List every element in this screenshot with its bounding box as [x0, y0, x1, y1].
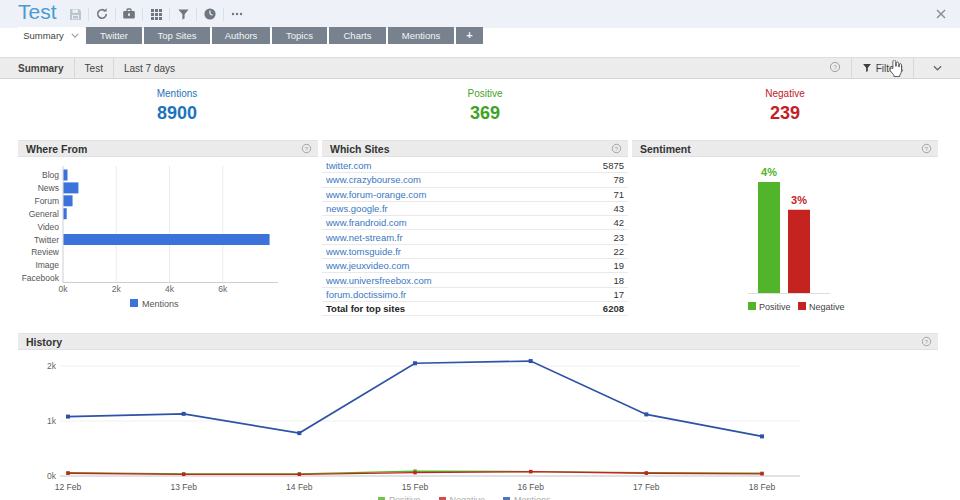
tab-label: Topics	[286, 30, 313, 41]
svg-text:17 Feb: 17 Feb	[633, 482, 660, 492]
breadcrumb-test[interactable]: Test	[85, 63, 103, 74]
sub-header: Summary Test Last 7 days ? Filters	[0, 57, 960, 79]
site-count: 71	[613, 189, 624, 200]
divider	[851, 58, 852, 78]
site-link[interactable]: www.universfreebox.com	[326, 275, 432, 286]
svg-text:?: ?	[925, 339, 929, 345]
total-value: 6208	[603, 303, 624, 314]
site-link[interactable]: twitter.com	[326, 160, 371, 171]
tab-topics[interactable]: Topics	[272, 27, 327, 44]
svg-text:?: ?	[305, 146, 309, 152]
history-legend: Positive Negative Mentions	[378, 495, 551, 500]
breadcrumb-period[interactable]: Last 7 days	[124, 63, 175, 74]
save-icon[interactable]	[64, 4, 86, 24]
filter-icon	[862, 63, 872, 73]
svg-text:2k: 2k	[112, 284, 122, 294]
history-chart: 0k1k2k12 Feb13 Feb14 Feb15 Feb16 Feb17 F…	[18, 350, 938, 500]
refresh-icon[interactable]	[91, 4, 113, 24]
panel-title: History	[18, 336, 62, 348]
site-count: 22	[613, 246, 624, 257]
svg-text:Facebook: Facebook	[22, 273, 60, 283]
table-row: twitter.com5875	[322, 159, 628, 173]
table-row: forum.doctissimo.fr17	[322, 288, 628, 302]
site-link[interactable]: www.frandroid.com	[326, 217, 407, 228]
site-link[interactable]: forum.doctissimo.fr	[326, 289, 406, 300]
tab-label: +	[466, 29, 472, 41]
site-link[interactable]: www.jeuxvideo.com	[326, 260, 409, 271]
svg-text:15 Feb: 15 Feb	[402, 482, 429, 492]
panel-where-from-header: Where From ?	[18, 140, 318, 157]
panel-which-sites-header: Which Sites ?	[322, 140, 628, 157]
tab-label: Charts	[344, 30, 372, 41]
site-link[interactable]: www.crazybourse.com	[326, 174, 421, 185]
more-icon[interactable]	[226, 4, 248, 24]
tab-label: Authors	[225, 30, 258, 41]
site-count: 17	[613, 289, 624, 300]
svg-text:News: News	[38, 183, 59, 193]
site-count: 43	[613, 203, 624, 214]
metric-label: Negative	[685, 88, 885, 99]
which-sites-table: twitter.com5875 www.crazybourse.com78 ww…	[322, 159, 628, 316]
table-row: www.net-stream.fr23	[322, 230, 628, 244]
legend-item-negative: Negative	[439, 495, 486, 500]
svg-text:General: General	[29, 209, 59, 219]
tab-charts[interactable]: Charts	[329, 27, 386, 44]
svg-text:Twitter: Twitter	[34, 235, 59, 245]
site-link[interactable]: www.tomsguide.fr	[326, 246, 401, 257]
site-count: 5875	[603, 160, 624, 171]
site-count: 42	[613, 217, 624, 228]
chevron-down-icon	[933, 65, 942, 71]
svg-text:?: ?	[925, 146, 929, 152]
site-link[interactable]: news.google.fr	[326, 203, 388, 214]
site-count: 23	[613, 232, 624, 243]
svg-text:1k: 1k	[47, 416, 57, 426]
table-row: www.forum-orange.com71	[322, 188, 628, 202]
svg-text:Review: Review	[31, 247, 60, 257]
tab-authors[interactable]: Authors	[212, 27, 270, 44]
mouse-cursor	[888, 60, 903, 81]
tab-summary[interactable]: Summary	[18, 27, 84, 44]
divider	[223, 8, 224, 21]
site-count: 19	[613, 260, 624, 271]
svg-text:14 Feb: 14 Feb	[286, 482, 313, 492]
svg-text:18 Feb: 18 Feb	[749, 482, 776, 492]
tab-twitter[interactable]: Twitter	[86, 27, 142, 44]
svg-text:Blog: Blog	[42, 170, 59, 180]
close-icon[interactable]	[934, 7, 948, 21]
svg-text:12 Feb: 12 Feb	[55, 482, 82, 492]
site-link[interactable]: www.net-stream.fr	[326, 232, 403, 243]
clock-icon[interactable]	[199, 4, 221, 24]
legend-item-mentions: Mentions	[503, 495, 551, 500]
table-row: www.universfreebox.com18	[322, 273, 628, 287]
divider	[74, 58, 75, 78]
divider	[115, 8, 116, 21]
info-icon[interactable]: ?	[301, 143, 312, 154]
metric-label: Positive	[385, 88, 585, 99]
svg-text:Image: Image	[35, 260, 59, 270]
info-icon[interactable]: ?	[921, 336, 932, 347]
info-icon[interactable]: ?	[921, 143, 932, 154]
tab-label: Twitter	[100, 30, 128, 41]
filter-icon[interactable]	[172, 4, 194, 24]
table-row: www.tomsguide.fr22	[322, 245, 628, 259]
info-icon[interactable]: ?	[829, 61, 841, 75]
breadcrumb-summary[interactable]: Summary	[18, 63, 64, 74]
svg-text:0k: 0k	[47, 471, 57, 481]
svg-text:4k: 4k	[165, 284, 175, 294]
site-count: 18	[613, 275, 624, 286]
info-icon[interactable]: ?	[611, 143, 622, 154]
metric-value: 8900	[77, 103, 277, 124]
svg-text:?: ?	[615, 146, 619, 152]
collapse-button[interactable]	[924, 65, 950, 71]
svg-text:Video: Video	[37, 222, 59, 232]
panel-sentiment-header: Sentiment ?	[632, 140, 938, 157]
briefcase-icon[interactable]	[118, 4, 140, 24]
svg-text:6k: 6k	[218, 284, 228, 294]
add-tab-button[interactable]: +	[456, 27, 483, 44]
site-link[interactable]: www.forum-orange.com	[326, 189, 426, 200]
tab-mentions[interactable]: Mentions	[388, 27, 454, 44]
grid-icon[interactable]	[145, 4, 167, 24]
divider	[913, 58, 914, 78]
toolbar	[64, 4, 248, 24]
tab-top-sites[interactable]: Top Sites	[144, 27, 210, 44]
